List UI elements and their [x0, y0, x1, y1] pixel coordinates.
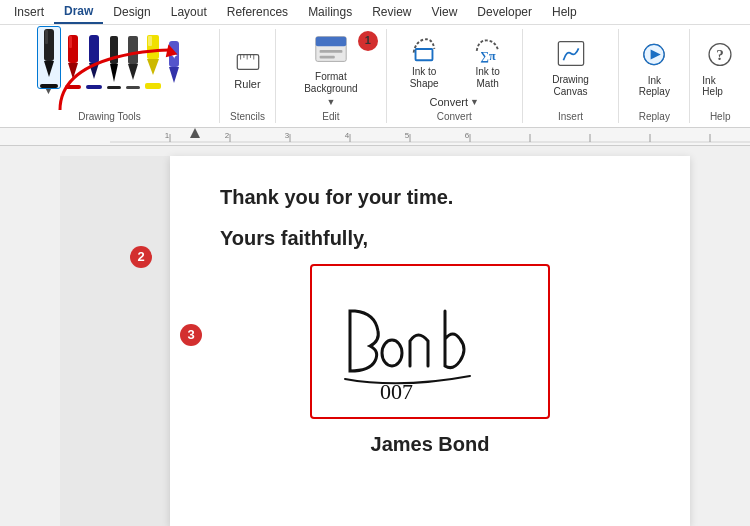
insert-label: Insert: [558, 110, 583, 123]
pen-sparkle-icon: ✦: [165, 37, 183, 89]
drawing-tools-label: Drawing Tools: [78, 110, 141, 123]
highlighter-yellow[interactable]: [144, 31, 162, 89]
format-bg-label: Format Background: [288, 71, 374, 95]
svg-rect-6: [89, 35, 99, 63]
ink-help-button[interactable]: ? Ink Help: [696, 29, 744, 110]
pen-darkblue-icon: [85, 33, 103, 85]
replay-group: Ink Replay Replay: [619, 29, 690, 123]
ink-replay-button[interactable]: Ink Replay: [625, 29, 683, 110]
pen-red-icon: [64, 33, 82, 85]
pen-red[interactable]: [64, 33, 82, 89]
badge-2: 2: [130, 246, 152, 268]
tab-draw[interactable]: Draw: [54, 0, 103, 24]
pens-palette: ▼: [37, 29, 183, 89]
badge-1: 1: [358, 31, 378, 51]
svg-rect-10: [128, 36, 138, 64]
ruler-icon: [234, 48, 262, 76]
ink-to-math-label: Ink to Math: [464, 66, 512, 90]
svg-rect-8: [110, 36, 118, 64]
ink-to-shape-icon: [408, 32, 440, 64]
ink-help-label: Ink Help: [702, 75, 738, 97]
ink-replay-label: Ink Replay: [631, 75, 677, 97]
tab-insert[interactable]: Insert: [4, 1, 54, 23]
drawing-canvas-button[interactable]: Drawing Canvas: [529, 29, 613, 110]
ink-to-math-icon: ∑π: [472, 32, 504, 64]
insert-group: Drawing Canvas Insert: [523, 29, 620, 123]
convert-button-label: Convert: [430, 96, 469, 108]
page: 2 Thank you for your time. Yours faithfu…: [170, 156, 690, 526]
yours-faithfully-text: Yours faithfully,: [220, 227, 640, 250]
convert-group: Ink to Shape ∑π Ink to Math Convert ▼ Co…: [387, 29, 523, 123]
svg-rect-26: [319, 50, 342, 53]
svg-point-55: [382, 340, 402, 366]
tab-references[interactable]: References: [217, 1, 298, 23]
pen-darkblue[interactable]: [85, 33, 103, 89]
highlighter-yellow-icon: [144, 31, 162, 83]
help-label: Help: [710, 110, 731, 123]
svg-rect-28: [416, 49, 433, 60]
ink-help-icon: ?: [704, 41, 736, 73]
ribbon: Insert Draw Design Layout References Mai…: [0, 0, 750, 128]
convert-label: Convert: [437, 110, 472, 123]
tab-help[interactable]: Help: [542, 1, 587, 23]
svg-rect-27: [319, 56, 334, 59]
ribbon-content: ▼: [0, 25, 750, 127]
svg-marker-11: [128, 64, 138, 80]
stencils-label: Stencils: [230, 110, 265, 123]
ribbon-tabs: Insert Draw Design Layout References Mai…: [0, 0, 750, 25]
svg-rect-14: [148, 36, 152, 46]
format-background-icon: [312, 31, 350, 69]
ruler-svg: 1 2 3 4 5 6: [110, 128, 750, 144]
tab-mailings[interactable]: Mailings: [298, 1, 362, 23]
signature-box[interactable]: 007: [310, 264, 550, 419]
svg-text:3: 3: [285, 131, 290, 140]
svg-rect-5: [69, 36, 72, 48]
ink-to-shape-label: Ink to Shape: [397, 66, 452, 90]
signature-svg: 007: [320, 271, 540, 411]
tab-design[interactable]: Design: [103, 1, 160, 23]
pen-black[interactable]: ▼: [37, 26, 61, 89]
svg-marker-37: [190, 128, 200, 138]
drawing-tools-group: ▼: [0, 29, 220, 123]
tab-layout[interactable]: Layout: [161, 1, 217, 23]
tab-view[interactable]: View: [422, 1, 468, 23]
ruler-button[interactable]: Ruler: [228, 29, 268, 110]
pen-gray-icon: [125, 34, 141, 86]
svg-marker-13: [147, 59, 159, 75]
svg-text:1: 1: [165, 131, 170, 140]
svg-text:6: 6: [465, 131, 470, 140]
svg-marker-16: [169, 67, 179, 83]
svg-text:4: 4: [345, 131, 350, 140]
stencils-group: Ruler Stencils: [220, 29, 276, 123]
svg-text:✦: ✦: [170, 50, 178, 61]
svg-text:?: ?: [716, 46, 724, 63]
svg-rect-25: [316, 37, 346, 47]
svg-marker-9: [110, 64, 118, 82]
ink-replay-icon: [638, 41, 670, 73]
svg-text:∑π: ∑π: [480, 50, 496, 64]
pen-black2[interactable]: [106, 34, 122, 89]
pen-black-icon: [38, 27, 60, 83]
svg-marker-7: [89, 63, 99, 79]
convert-items: Ink to Shape ∑π Ink to Math: [393, 29, 516, 94]
svg-text:5: 5: [405, 131, 410, 140]
ink-to-shape-button[interactable]: Ink to Shape: [393, 30, 456, 92]
pen-sparkle[interactable]: ✦: [165, 37, 183, 89]
ink-to-math-button[interactable]: ∑π Ink to Math: [460, 30, 516, 92]
badge-3: 3: [180, 324, 202, 346]
thank-you-text: Thank you for your time.: [220, 186, 640, 209]
tab-review[interactable]: Review: [362, 1, 421, 23]
format-background-button[interactable]: 1 Format Background ▼: [282, 29, 380, 110]
replay-label: Replay: [639, 110, 670, 123]
edit-label: Edit: [322, 110, 339, 123]
tab-developer[interactable]: Developer: [467, 1, 542, 23]
svg-marker-1: [44, 61, 54, 77]
pen-gray[interactable]: [125, 34, 141, 89]
ruler-bar: 1 2 3 4 5 6: [0, 128, 750, 146]
pen-black2-icon: [106, 34, 122, 86]
drawing-canvas-label: Drawing Canvas: [535, 74, 607, 98]
format-bg-svg: [312, 30, 350, 70]
svg-marker-4: [68, 63, 78, 79]
ruler-ticks: 1 2 3 4 5 6: [0, 128, 750, 145]
ruler-label: Ruler: [234, 78, 260, 90]
